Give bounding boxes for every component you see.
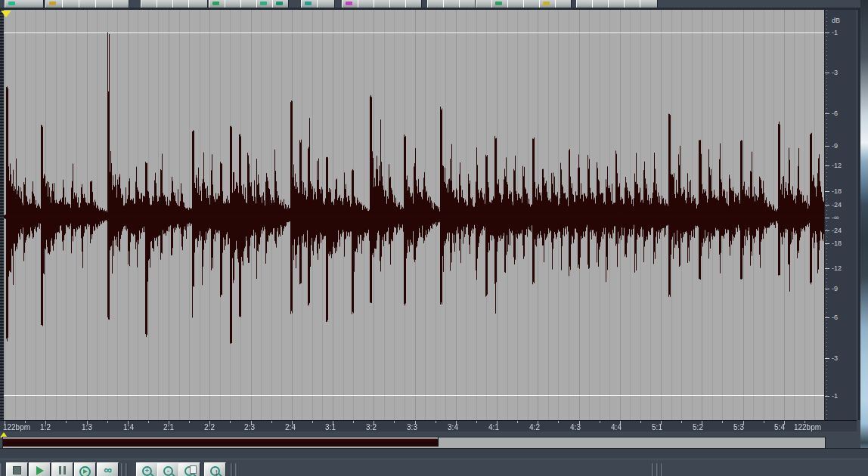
zoom-page-icon [184,466,194,476]
ruler-label-17: 5:2 [693,423,703,431]
overview-scrollbar-thumb[interactable] [3,437,439,447]
db-label-1: -1 [832,29,838,36]
db-tick [825,113,829,114]
toolbar-button-35[interactable] [640,0,658,8]
ruler-tick [394,421,395,423]
db-tick [825,268,829,269]
toolbar-button-18[interactable] [358,0,374,8]
play-circle-icon [79,466,91,476]
cursor-marker-top-icon[interactable] [1,11,11,17]
stop-button[interactable] [6,462,28,476]
toolbar-button-10[interactable] [209,0,225,8]
zoom-out-button[interactable]: - [157,462,179,476]
toolbar-button-34[interactable] [624,0,640,8]
ruler-label-7: 2:4 [285,423,296,431]
toolbar-button-12[interactable] [240,0,257,8]
toolbar-button-23[interactable] [443,0,460,8]
ruler-tick [517,421,518,423]
ruler-label-20: 122bpm [794,423,821,431]
ruler-tick [764,421,764,423]
ruler-tick [148,421,149,423]
toolbar-grip[interactable] [652,463,654,476]
db-label-8: -∞ [832,214,839,221]
db-level-ruler[interactable]: dB-1-3-6-9-12-18-24-∞-24-18-12-9-6-3-1 [824,10,857,420]
toolbar-button-5[interactable] [112,0,129,8]
toolbar-button-11[interactable] [225,0,241,8]
toolbar-button-19[interactable] [374,0,390,8]
loop-icon: ∞ [104,466,112,474]
ruler-tick [436,421,436,423]
db-label-4: -9 [832,142,838,150]
ruler-tick [271,421,272,423]
toolbar-grip[interactable] [121,463,123,476]
transport-bar: 1:1.00 Sel BeginEndLength1:1.000:0.00 ∞+… [0,459,868,476]
ruler-tick [107,421,108,423]
toolbar-grip[interactable] [0,463,2,476]
waveform-display[interactable] [4,10,824,420]
toolbar-button-14[interactable] [272,0,289,8]
zoom-vertical-icon: ↕ [210,466,220,476]
toolbar-grip[interactable] [235,463,237,476]
zoom-vertical-button[interactable]: ↕ [204,462,226,476]
toolbar-button-3[interactable] [79,0,96,8]
toolbar-button-30[interactable] [555,0,572,8]
toolbar-button-31[interactable] [576,0,593,8]
ruler-tick [681,421,682,423]
loop-button[interactable]: ∞ [97,462,119,476]
toolbar-button-20[interactable] [389,0,406,8]
ruler-label-18: 5:3 [733,423,744,431]
db-label-2: -3 [832,69,838,76]
db-label-7: -24 [832,201,842,209]
db-tick [825,146,829,147]
toolbar-button-7[interactable] [157,0,173,8]
ruler-tick [230,421,231,423]
background-window-strip [860,0,868,476]
toolbar-grip[interactable] [656,463,659,476]
toolbar-button-8[interactable] [172,0,189,8]
toolbar-button-16[interactable] [317,0,335,8]
db-tick [825,358,829,359]
toolbar-button-28[interactable] [523,0,540,8]
toolbar-button-33[interactable] [608,0,625,8]
toolbar-button-9[interactable] [188,0,208,8]
pause-button[interactable] [51,462,73,476]
overview-scrollbar[interactable] [2,437,826,449]
play-circle-button[interactable] [74,462,96,476]
toolbar-button-icon [543,2,550,5]
toolbar-button-6[interactable] [141,0,157,8]
toolbar-button-32[interactable] [592,0,609,8]
db-tick [825,205,829,206]
toolbar-button-15[interactable] [301,0,318,8]
toolbar-button-1[interactable] [45,0,63,8]
top-toolbar [0,0,868,10]
toolbar-grip[interactable] [661,463,663,476]
ruler-label-19: 5:4 [774,423,785,431]
toolbar-button-2[interactable] [62,0,79,8]
toolbar-button-29[interactable] [539,0,556,8]
db-tick [825,191,829,192]
db-label-13: -6 [832,314,838,321]
toolbar-button-icon [305,2,312,5]
play-button[interactable] [29,462,51,476]
ruler-tick [640,421,641,423]
ruler-tick [312,421,313,423]
ruler-label-2: 1:3 [82,423,92,431]
toolbar-button-22[interactable] [427,0,444,8]
toolbar-button-26[interactable] [491,0,508,8]
zoom-page-button[interactable] [178,462,200,476]
toolbar-grip[interactable] [231,463,233,476]
toolbar-button-25[interactable] [476,0,492,8]
toolbar-grip[interactable] [126,463,128,476]
toolbar-button-21[interactable] [405,0,422,8]
toolbar-button-24[interactable] [459,0,476,8]
ruler-tick [722,421,723,423]
toolbar-button-17[interactable] [342,0,358,8]
db-label-6: -18 [832,187,842,195]
toolbar-button-27[interactable] [507,0,524,8]
toolbar-button-4[interactable] [95,0,113,8]
toolbar-button-0[interactable] [5,0,44,8]
bars-beats-ruler[interactable]: 122bpm1:21:31:42:12:22:32:43:13:23:33:44… [0,420,857,432]
zoom-in-button[interactable]: + [136,462,158,476]
toolbar-button-13[interactable] [256,0,273,8]
stop-icon [13,466,21,474]
